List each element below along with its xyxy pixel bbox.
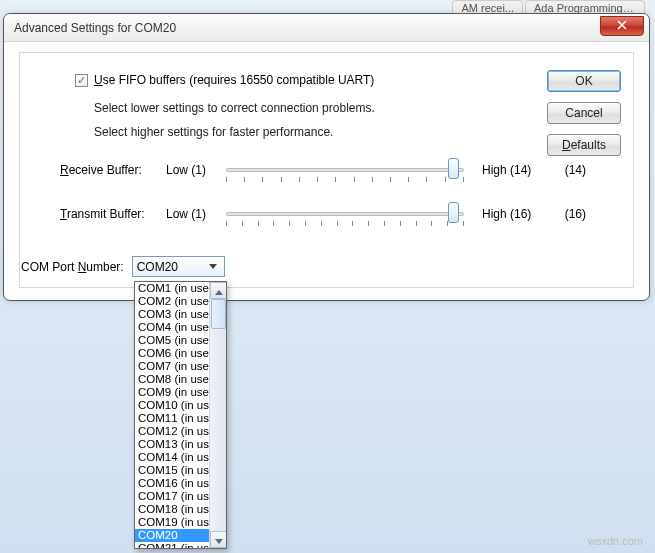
defaults-button[interactable]: Defaults bbox=[547, 134, 621, 156]
dropdown-item[interactable]: COM9 (in use) bbox=[135, 386, 209, 399]
chevron-down-icon bbox=[215, 533, 223, 547]
scroll-down-button[interactable] bbox=[210, 531, 227, 548]
dialog-body: ✓ Use FIFO buffers (requires 16550 compa… bbox=[19, 52, 634, 288]
watermark: wsxdn.com bbox=[588, 535, 643, 547]
dialog-buttons: OK Cancel Defaults bbox=[547, 70, 621, 156]
receive-slider[interactable] bbox=[226, 157, 464, 183]
fifo-checkbox[interactable]: ✓ bbox=[75, 74, 88, 87]
advanced-settings-dialog: Advanced Settings for COM20 ✓ Use FIFO b… bbox=[3, 13, 650, 301]
dropdown-item[interactable]: COM6 (in use) bbox=[135, 347, 209, 360]
dropdown-item[interactable]: COM11 (in use) bbox=[135, 412, 209, 425]
titlebar: Advanced Settings for COM20 bbox=[4, 14, 649, 42]
fifo-checkbox-row: ✓ Use FIFO buffers (requires 16550 compa… bbox=[75, 73, 611, 87]
dropdown-item[interactable]: COM17 (in use) bbox=[135, 490, 209, 503]
dropdown-item[interactable]: COM5 (in use) bbox=[135, 334, 209, 347]
com-port-label: COM Port Number: bbox=[21, 260, 124, 274]
cancel-button[interactable]: Cancel bbox=[547, 102, 621, 124]
close-icon bbox=[617, 19, 627, 33]
window-title: Advanced Settings for COM20 bbox=[14, 21, 176, 35]
dropdown-item[interactable]: COM1 (in use) bbox=[135, 282, 209, 295]
dropdown-item[interactable]: COM20 bbox=[135, 529, 209, 542]
fifo-checkbox-label: Use FIFO buffers (requires 16550 compati… bbox=[94, 73, 374, 87]
dropdown-item[interactable]: COM4 (in use) bbox=[135, 321, 209, 334]
dropdown-item[interactable]: COM18 (in use) bbox=[135, 503, 209, 516]
scroll-up-button[interactable] bbox=[210, 282, 227, 299]
dropdown-item[interactable]: COM12 (in use) bbox=[135, 425, 209, 438]
transmit-slider-thumb[interactable] bbox=[448, 202, 459, 223]
dropdown-item[interactable]: COM2 (in use) bbox=[135, 295, 209, 308]
com-port-combobox[interactable]: COM20 bbox=[132, 256, 225, 277]
dropdown-item[interactable]: COM7 (in use) bbox=[135, 360, 209, 373]
receive-buffer-row: Receive Buffer: Low (1) High (14) (14) bbox=[60, 157, 611, 183]
dropdown-item[interactable]: COM10 (in use) bbox=[135, 399, 209, 412]
com-port-dropdown-list[interactable]: COM1 (in use)COM2 (in use)COM3 (in use)C… bbox=[134, 281, 227, 549]
close-button[interactable] bbox=[600, 16, 644, 36]
com-port-selected: COM20 bbox=[137, 260, 205, 274]
receive-buffer-label: Receive Buffer: bbox=[60, 163, 156, 177]
dropdown-item[interactable]: COM15 (in use) bbox=[135, 464, 209, 477]
dropdown-item[interactable]: COM16 (in use) bbox=[135, 477, 209, 490]
dropdown-item[interactable]: COM3 (in use) bbox=[135, 308, 209, 321]
dropdown-scrollbar[interactable] bbox=[209, 282, 226, 548]
transmit-buffer-row: Transmit Buffer: Low (1) High (16) (16) bbox=[60, 201, 611, 227]
transmit-low-label: Low (1) bbox=[166, 207, 216, 221]
hint-lower: Select lower settings to correct connect… bbox=[94, 101, 611, 115]
scrollbar-thumb[interactable] bbox=[211, 299, 226, 329]
dropdown-item[interactable]: COM21 (in use) bbox=[135, 542, 209, 548]
receive-high-label: High (14) bbox=[482, 163, 546, 177]
receive-low-label: Low (1) bbox=[166, 163, 216, 177]
transmit-high-label: High (16) bbox=[482, 207, 546, 221]
transmit-buffer-label: Transmit Buffer: bbox=[60, 207, 156, 221]
com-port-row: COM Port Number: COM20 bbox=[21, 256, 225, 277]
ok-button[interactable]: OK bbox=[547, 70, 621, 92]
hint-higher: Select higher settings for faster perfor… bbox=[94, 125, 611, 139]
dropdown-item[interactable]: COM8 (in use) bbox=[135, 373, 209, 386]
chevron-down-icon bbox=[205, 258, 222, 275]
receive-slider-thumb[interactable] bbox=[448, 158, 459, 179]
dropdown-item[interactable]: COM19 (in use) bbox=[135, 516, 209, 529]
dropdown-item[interactable]: COM14 (in use) bbox=[135, 451, 209, 464]
transmit-slider[interactable] bbox=[226, 201, 464, 227]
transmit-value: (16) bbox=[556, 207, 586, 221]
dropdown-item[interactable]: COM13 (in use) bbox=[135, 438, 209, 451]
receive-value: (14) bbox=[556, 163, 586, 177]
chevron-up-icon bbox=[215, 284, 223, 298]
